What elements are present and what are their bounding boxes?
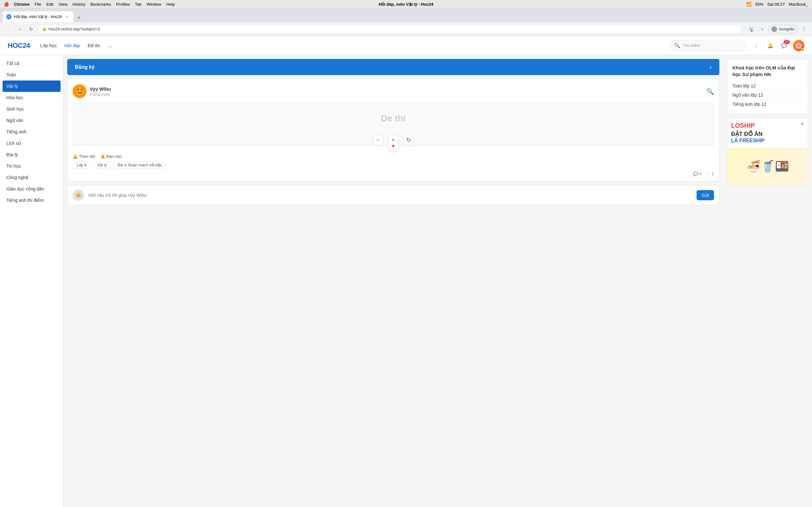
dangky-banner[interactable]: Đăng ký › bbox=[67, 59, 719, 75]
sidebar-item-cong-nghe[interactable]: Công nghệ bbox=[0, 172, 63, 183]
mac-menu-window[interactable]: Window bbox=[147, 2, 161, 7]
warning-icon: ⚠️ bbox=[100, 154, 105, 159]
user-avatar[interactable]: 🌸 bbox=[793, 40, 804, 51]
tab-favicon: H bbox=[6, 14, 11, 19]
cast-icon[interactable]: 📡 bbox=[747, 25, 756, 34]
olm-link-toan-12[interactable]: Toán lớp 12 bbox=[732, 81, 803, 91]
main-content: Đăng ký › 🤩 Vyy Wibu 4 phút trước 🔍 bbox=[63, 55, 723, 507]
profile-badge[interactable]: Incognito bbox=[768, 25, 798, 34]
follow-label: Theo dõi bbox=[79, 154, 95, 159]
sidebar-item-hoa-hoc[interactable]: Hóa học bbox=[0, 92, 63, 103]
chrome-address-bar: ‹ › ↻ 🔒 hoc24.vn/hoi-dap?subject=2 📡 ☆ I… bbox=[0, 22, 812, 36]
ad-line2: LÀ FREESHIP bbox=[731, 138, 804, 144]
sidebar-item-dia-ly[interactable]: Địa lý bbox=[0, 149, 63, 160]
forward-button[interactable]: › bbox=[15, 25, 24, 34]
mac-menu-help[interactable]: Help bbox=[166, 2, 175, 7]
mac-menu-edit[interactable]: Edit bbox=[46, 2, 53, 7]
nav-more-button[interactable]: ... bbox=[107, 42, 112, 49]
tag-vat-ly[interactable]: Vật lý bbox=[93, 161, 111, 169]
olm-link-tieng-anh-12[interactable]: Tiếng Anh lớp 12 bbox=[732, 100, 803, 109]
sidebar-item-tieng-anh[interactable]: Tiếng anh bbox=[0, 126, 63, 137]
sidebar-item-sinh-hoc[interactable]: Sinh học bbox=[0, 103, 63, 115]
olm-link-ngu-van-12[interactable]: Ngữ văn lớp 12 bbox=[732, 91, 803, 100]
post-user-info: 🤩 Vyy Wibu 4 phút trước bbox=[72, 84, 111, 98]
nav-hoi-dap[interactable]: Hỏi đáp bbox=[64, 43, 80, 48]
like-count: ♡ 1 bbox=[707, 171, 714, 176]
report-button[interactable]: ⚠️ Báo cáo bbox=[100, 154, 122, 159]
report-label: Báo cáo bbox=[107, 154, 122, 159]
mac-menu-bar: 🍎 Chrome File Edit View History Bookmark… bbox=[4, 2, 175, 7]
mac-menu-history[interactable]: History bbox=[72, 2, 85, 7]
message-icon[interactable]: 💬 17 bbox=[779, 41, 789, 51]
tag-lop-9[interactable]: Lớp 9 bbox=[72, 161, 90, 169]
reply-submit-button[interactable]: Gửi bbox=[697, 190, 714, 200]
reply-input[interactable] bbox=[88, 193, 693, 198]
ad-info-label: ⓘ bbox=[730, 121, 733, 125]
tab-close-button[interactable]: × bbox=[64, 14, 69, 19]
mac-menu-tab[interactable]: Tab bbox=[135, 2, 142, 7]
sidebar-item-toan[interactable]: Toán bbox=[0, 69, 63, 80]
mac-menu-file[interactable]: File bbox=[35, 2, 41, 7]
search-box[interactable]: 🔍 Tìm kiếm bbox=[670, 40, 746, 51]
dangky-arrow-icon: › bbox=[710, 63, 712, 71]
ad-close-button[interactable]: × bbox=[799, 121, 805, 127]
hoc24-logo[interactable]: HOC24 bbox=[8, 42, 30, 50]
post-search-icon[interactable]: 🔍 bbox=[706, 88, 714, 95]
comment-icon: 💬 bbox=[693, 171, 698, 176]
tag-bai-4[interactable]: Bài 4. Đoạn mạch nối tiếp bbox=[113, 161, 166, 169]
olm-card: Khoá học trên OLM của Đại học Sư phạm HN… bbox=[727, 59, 808, 114]
address-bar-icons: 📡 ☆ Incognito ⋮ bbox=[747, 25, 808, 34]
rotate-button[interactable]: ↻ bbox=[403, 134, 414, 146]
profile-label: Incognito bbox=[779, 27, 795, 32]
new-tab-button[interactable]: + bbox=[74, 13, 84, 22]
chrome-more-button[interactable]: ⋮ bbox=[799, 25, 808, 34]
ad-image: 🍜🥤🍱 bbox=[727, 147, 808, 185]
zoom-out-button[interactable]: − bbox=[372, 134, 384, 146]
secure-icon: 🔒 bbox=[42, 27, 47, 31]
back-button[interactable]: ‹ bbox=[4, 25, 13, 34]
sidebar-item-tat-ca[interactable]: Tất cả bbox=[0, 58, 63, 69]
content-area: Tất cả Toán Vật lý Hóa học Sinh học Ngữ … bbox=[0, 55, 812, 507]
reload-button[interactable]: ↻ bbox=[27, 25, 36, 34]
bookmark-star-icon[interactable]: ☆ bbox=[758, 25, 767, 34]
mac-menu-bookmarks[interactable]: Bookmarks bbox=[90, 2, 111, 7]
search-icon: 🔍 bbox=[674, 43, 680, 49]
notification-bell-icon[interactable]: 🔔 bbox=[765, 41, 775, 51]
nav-de-thi[interactable]: Đề thi bbox=[88, 43, 100, 48]
mac-menu-profiles[interactable]: Profiles bbox=[116, 2, 130, 7]
wifi-icon: 📶 bbox=[746, 2, 751, 7]
mac-menu-view[interactable]: View bbox=[58, 2, 67, 7]
sidebar-item-lich-su[interactable]: Lịch sử bbox=[0, 137, 63, 149]
active-tab[interactable]: H Hỏi đáp, môn Vật lý - Hoc24 × bbox=[3, 11, 73, 22]
url-bar[interactable]: 🔒 hoc24.vn/hoi-dap?subject=2 bbox=[38, 24, 742, 34]
like-heart-button[interactable]: ♥ bbox=[388, 140, 399, 152]
mac-status-bar: 📶 55% Sat 08:27 MacBook_ bbox=[746, 2, 808, 7]
post-avatar: 🤩 bbox=[72, 84, 87, 98]
hoc24-nav: Lớp học Hỏi đáp Đề thi ... bbox=[40, 42, 112, 49]
sidebar-item-tin-hoc[interactable]: Tin học bbox=[0, 160, 63, 172]
post-time: 4 phút trước bbox=[90, 92, 111, 97]
message-badge: 17 bbox=[784, 40, 790, 44]
apple-icon[interactable]: 🍎 bbox=[4, 2, 9, 7]
sidebar-item-ngu-van[interactable]: Ngữ văn bbox=[0, 115, 63, 126]
clock: Sat 08:27 bbox=[767, 2, 785, 7]
sidebar-item-giao-duc-cong-dan[interactable]: Giáo dục công dân bbox=[0, 183, 63, 194]
more-options-icon[interactable]: ⋮ bbox=[751, 41, 761, 51]
search-input[interactable]: Tìm kiếm bbox=[683, 43, 700, 48]
sidebar-item-tieng-anh-thi-diem[interactable]: Tiếng anh thí điểm bbox=[0, 194, 63, 206]
de-thi-watermark: De thi bbox=[381, 113, 406, 124]
follow-button[interactable]: 🔔 Theo dõi bbox=[72, 154, 95, 159]
dangky-label: Đăng ký bbox=[75, 64, 95, 70]
profile-avatar bbox=[771, 26, 777, 32]
mac-title-center: Hỏi đáp, môn Vật lý - Hoc24 bbox=[379, 2, 433, 7]
post-image-area: De thi − + ↻ ♥ bbox=[72, 102, 714, 147]
mac-menu-chrome[interactable]: Chrome bbox=[14, 2, 30, 7]
nav-lop-hoc[interactable]: Lớp học bbox=[40, 43, 57, 48]
olm-title: Khoá học trên OLM của Đại học Sư phạm HN bbox=[732, 64, 803, 78]
post-user-details: Vyy Wibu 4 phút trước bbox=[90, 86, 111, 97]
sidebar-item-vat-ly[interactable]: Vật lý bbox=[3, 80, 61, 92]
url-text: hoc24.vn/hoi-dap?subject=2 bbox=[49, 26, 100, 32]
online-indicator bbox=[801, 48, 804, 51]
chrome-tab-bar: H Hỏi đáp, môn Vật lý - Hoc24 × + bbox=[0, 9, 812, 22]
post-username[interactable]: Vyy Wibu bbox=[90, 86, 111, 92]
